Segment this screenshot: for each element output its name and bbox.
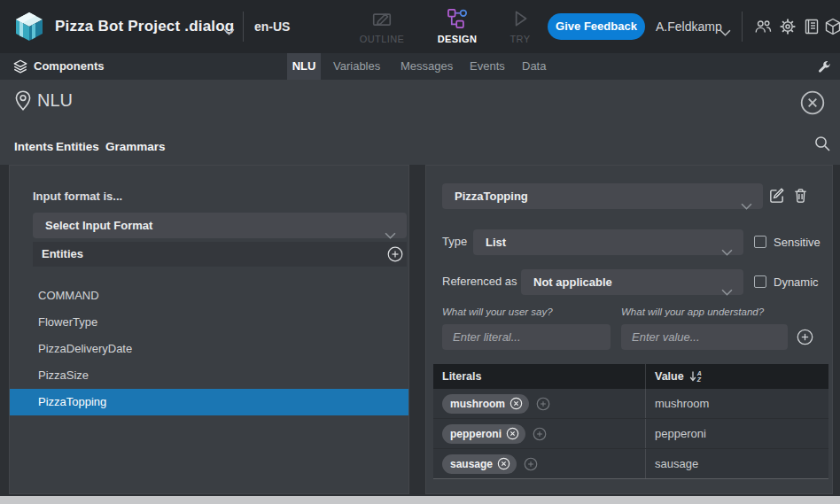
entity-select[interactable]: PizzaTopping [442, 183, 763, 209]
referenced-as-select[interactable]: Not applicable [521, 269, 743, 295]
entity-item-pizzadeliverydate[interactable]: PizzaDeliveryDate [10, 336, 408, 362]
add-alternate-literal-icon[interactable] [533, 427, 547, 441]
chevron-down-icon [741, 193, 752, 219]
add-alternate-literal-icon[interactable] [536, 397, 550, 411]
chip-label: mushroom [450, 398, 505, 410]
sort-az-icon[interactable]: AZ [689, 370, 702, 383]
value-input[interactable] [621, 324, 788, 350]
chip-remove-icon[interactable] [497, 457, 510, 470]
app-logo-cube-icon [13, 12, 45, 45]
documentation-icon[interactable] [803, 18, 821, 39]
project-title[interactable]: Pizza Bot Project .dialog [55, 0, 234, 53]
locale-label[interactable]: en-US [254, 0, 290, 53]
plus-circle-icon [797, 329, 813, 345]
user-menu-name[interactable]: A.Feldkamp [656, 0, 722, 53]
literals-table: Literals Value AZ mush [433, 364, 828, 479]
topnav-try-label: TRY [499, 34, 541, 44]
entity-detail-panel: PizzaTopping Type [425, 165, 833, 494]
value-cell[interactable]: mushroom [645, 389, 828, 418]
add-entity-button[interactable] [387, 246, 403, 262]
components-label[interactable]: Components [34, 53, 104, 80]
nlu-header: NLU Intents Entities Grammars [0, 80, 840, 165]
entity-item-command[interactable]: COMMAND [10, 283, 408, 309]
components-bar: Components NLU Variables Messages Events… [0, 53, 840, 80]
edit-pencil-icon [768, 187, 785, 204]
input-format-label: Input format is... [33, 190, 122, 203]
tab-variables[interactable]: Variables [333, 53, 380, 80]
topnav-outline[interactable]: OUTLINE [351, 8, 413, 44]
tab-intents[interactable]: Intents [14, 140, 53, 153]
design-icon [447, 17, 468, 32]
nlu-panel-title: NLU [37, 90, 73, 111]
topnav-design[interactable]: DESIGN [427, 8, 487, 44]
give-feedback-button[interactable]: Give Feedback [548, 13, 645, 40]
topbar: Pizza Bot Project .dialog en-US OUTLINE [0, 0, 840, 53]
chip-label: pepperoni [450, 428, 502, 440]
dynamic-label: Dynamic [774, 275, 819, 289]
literal-input[interactable] [442, 324, 611, 350]
tab-grammars[interactable]: Grammars [105, 140, 166, 153]
delete-entity-button[interactable] [792, 187, 809, 207]
location-pin-icon [12, 89, 35, 116]
chip-remove-icon[interactable] [509, 397, 523, 410]
type-select-value: List [486, 236, 506, 249]
column-value[interactable]: Value AZ [645, 364, 828, 389]
tab-events[interactable]: Events [470, 53, 505, 80]
entities-header-label: Entities [42, 242, 83, 267]
table-row: mushroom mushroom [433, 389, 828, 419]
layers-icon [12, 58, 28, 78]
app-understand-hint: What will your app understand? [621, 306, 764, 317]
column-value-label: Value [655, 364, 684, 389]
rename-entity-button[interactable] [768, 187, 785, 207]
chip-label: sausage [450, 458, 493, 470]
nlu-body: Input format is... Select Input Format E… [0, 165, 840, 496]
table-row: pepperoni pepperoni [433, 419, 828, 449]
type-label: Type [442, 235, 467, 248]
close-icon [800, 90, 825, 115]
topbar-divider [243, 12, 244, 42]
entity-list: COMMAND FlowerType PizzaDeliveryDate Piz… [10, 283, 408, 415]
add-literal-value-button[interactable] [797, 329, 813, 349]
tab-messages[interactable]: Messages [401, 53, 453, 80]
app-window: Pizza Bot Project .dialog en-US OUTLINE [0, 0, 840, 504]
cube-apps-icon[interactable] [824, 18, 840, 39]
horizontal-scrollbar[interactable] [0, 496, 840, 504]
table-header: Literals Value AZ [433, 364, 828, 389]
wrench-icon[interactable] [817, 58, 832, 77]
entities-section-header: Entities [33, 242, 407, 267]
chip-remove-icon[interactable] [506, 427, 519, 440]
type-select[interactable]: List [473, 229, 743, 255]
entity-item-pizzasize[interactable]: PizzaSize [10, 362, 408, 389]
plus-circle-icon [387, 246, 403, 262]
user-say-hint: What will your user say? [442, 306, 553, 317]
search-icon[interactable] [813, 135, 831, 156]
tab-data[interactable]: Data [522, 53, 546, 80]
literal-chip: pepperoni [442, 424, 525, 444]
close-button[interactable] [800, 90, 825, 115]
add-alternate-literal-icon[interactable] [524, 457, 538, 471]
play-icon [509, 17, 531, 32]
topnav-design-label: DESIGN [427, 34, 487, 44]
input-format-value: Select Input Format [45, 219, 152, 232]
users-group-icon[interactable] [753, 18, 773, 39]
settings-gear-icon[interactable] [779, 18, 797, 39]
entity-item-flowertype[interactable]: FlowerType [10, 309, 408, 336]
topbar-divider-2 [742, 12, 743, 42]
tab-nlu[interactable]: NLU [287, 53, 321, 80]
dynamic-checkbox[interactable] [754, 275, 766, 288]
value-cell[interactable]: pepperoni [645, 419, 828, 448]
value-cell[interactable]: sausage [645, 449, 828, 478]
project-title-chevron-down-icon[interactable] [223, 23, 235, 39]
table-row: sausage sausage [433, 449, 828, 479]
entity-item-pizzatopping[interactable]: PizzaTopping [10, 389, 408, 415]
entity-select-value: PizzaTopping [455, 190, 528, 203]
user-menu-chevron-down-icon[interactable] [719, 24, 731, 40]
column-literals: Literals [433, 364, 645, 389]
sensitive-label: Sensitive [774, 236, 821, 249]
tab-entities[interactable]: Entities [56, 140, 99, 153]
entities-list-panel: Input format is... Select Input Format E… [9, 165, 409, 494]
referenced-as-label: Referenced as [442, 275, 517, 288]
topnav-try[interactable]: TRY [499, 8, 541, 44]
input-format-select[interactable]: Select Input Format [33, 213, 407, 238]
sensitive-checkbox[interactable] [754, 236, 766, 248]
